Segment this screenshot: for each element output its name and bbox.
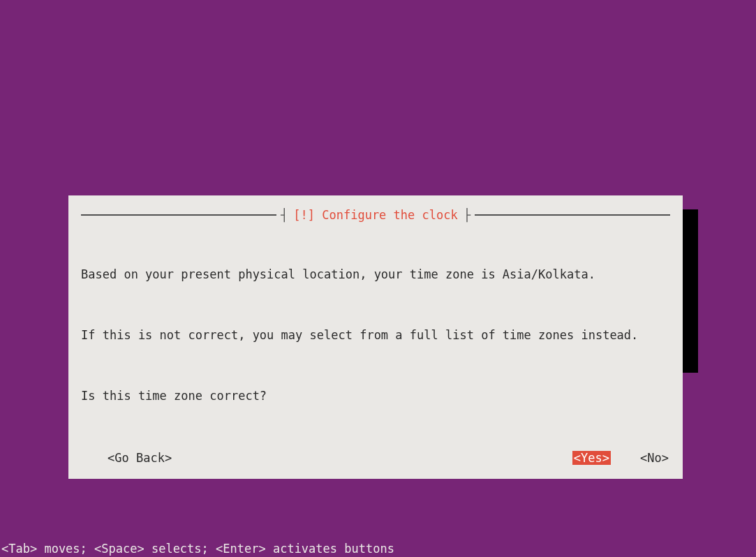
dialog-body: Based on your present physical location,… — [81, 235, 670, 436]
body-line-2: If this is not correct, you may select f… — [81, 327, 670, 343]
body-line-3: Is this time zone correct? — [81, 388, 670, 404]
title-bracket-right: ├ — [459, 208, 475, 222]
title-bracket-left: ┤ — [276, 208, 292, 222]
title-rule-right — [475, 214, 670, 216]
body-line-1: Based on your present physical location,… — [81, 267, 670, 283]
configure-clock-dialog: ┤ [!] Configure the clock ├ Based on you… — [68, 195, 683, 479]
dialog-title: [!] Configure the clock — [292, 208, 459, 222]
dialog-title-row: ┤ [!] Configure the clock ├ — [81, 208, 670, 222]
yes-button[interactable]: <Yes> — [572, 451, 611, 465]
no-button[interactable]: <No> — [640, 451, 669, 465]
button-row: <Go Back> <Yes> <No> — [81, 451, 670, 465]
status-bar: <Tab> moves; <Space> selects; <Enter> ac… — [1, 542, 394, 556]
go-back-button[interactable]: <Go Back> — [82, 451, 172, 465]
title-rule-left — [81, 214, 276, 216]
